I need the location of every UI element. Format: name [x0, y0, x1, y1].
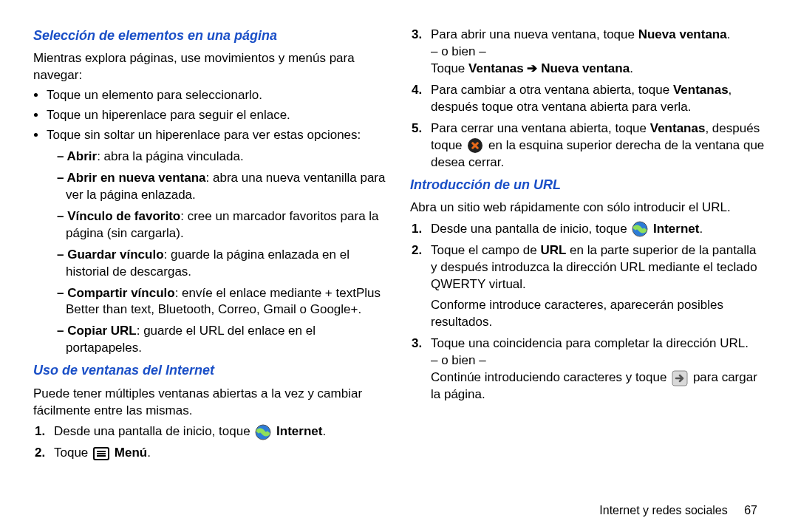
dash-item: Abrir: abra la página vinculada. [57, 149, 388, 166]
section-title: Internet y redes sociales [599, 504, 727, 516]
heading-url: Introducción de un URL [410, 176, 765, 194]
heading-ventanas: Uso de ventanas del Internet [33, 361, 388, 379]
step-item: 1. Desde una pantalla de inicio, toque I… [54, 423, 388, 440]
step-item: 5. Para cerrar una ventana abierta, toqu… [431, 120, 765, 171]
arrow-right-icon: ➔ [527, 61, 537, 75]
alt-text: – o bien – [431, 352, 765, 369]
dash-item: Guardar vínculo: guarde la página enlaza… [57, 247, 388, 281]
left-column: Selección de elementos en una página Mie… [33, 22, 388, 495]
intro-text: Mientras explora páginas, use movimiento… [33, 50, 388, 84]
dash-item: Abrir en nueva ventana: abra una nueva v… [57, 170, 388, 204]
dash-item: Copiar URL: guarde el URL del enlace en … [57, 323, 388, 357]
step-item: 1. Desde una pantalla de inicio, toque I… [431, 221, 765, 238]
page-footer: Internet y redes sociales 67 [0, 502, 798, 526]
page-number: 67 [744, 504, 757, 516]
step-item: 3. Toque una coincidencia para completar… [431, 335, 765, 403]
globe-icon [632, 221, 648, 237]
step-item: 3. Para abrir una nueva ventana, toque N… [431, 27, 765, 78]
body-text: Conforme introduce caracteres, aparecerá… [431, 297, 765, 331]
step-item: 2. Toque el campo de URL en la parte sup… [431, 242, 765, 332]
dash-item: Vínculo de favorito: cree un marcador fa… [57, 208, 388, 242]
dash-item: Compartir vínculo: envíe el enlace media… [57, 285, 388, 319]
step-item: 4. Para cambiar a otra ventana abierta, … [431, 82, 765, 116]
body-text: Puede tener múltiples ventanas abiertas … [33, 386, 388, 420]
bullet-item: Toque sin soltar un hiperenlace para ver… [47, 127, 388, 357]
step-item: 2. Toque Menú. [54, 445, 388, 462]
menu-icon [93, 447, 109, 460]
right-column: 3. Para abrir una nueva ventana, toque N… [410, 22, 765, 495]
alt-text: – o bien – [431, 44, 765, 61]
close-icon [467, 137, 483, 154]
go-icon [672, 370, 688, 386]
heading-seleccion: Selección de elementos en una página [33, 27, 388, 44]
page-body: Selección de elementos en una página Mie… [0, 0, 798, 502]
globe-icon [255, 424, 271, 440]
bullet-item: Toque un elemento para seleccionarlo. [47, 87, 388, 104]
bullet-item: Toque un hiperenlace para seguir el enla… [47, 107, 388, 124]
body-text: Abra un sitio web rápidamente con sólo i… [410, 200, 765, 216]
